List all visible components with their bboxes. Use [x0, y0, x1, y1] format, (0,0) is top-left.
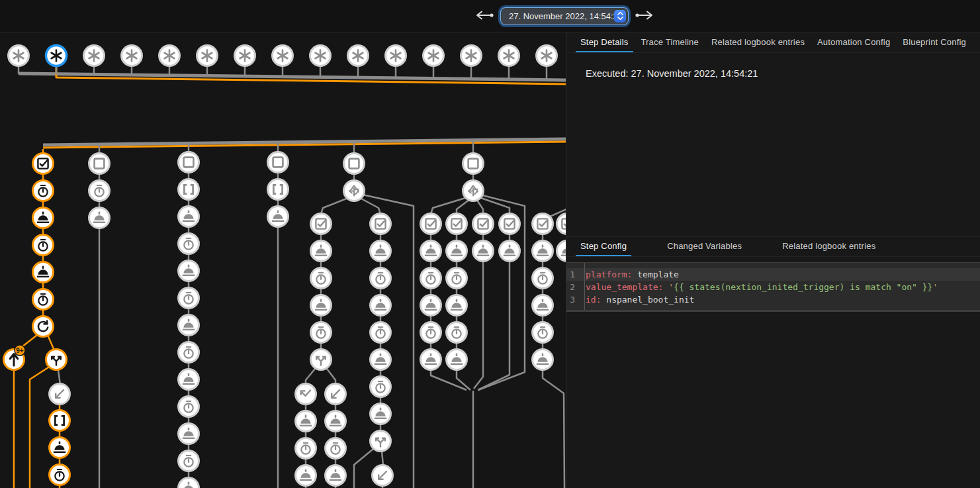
- trace-node-call-split-icon[interactable]: [371, 431, 391, 452]
- trace-node-call-service-icon[interactable]: [500, 241, 520, 262]
- trace-node-condition-checked-icon[interactable]: [557, 214, 566, 234]
- trace-node-trigger-icon[interactable]: [499, 46, 519, 66]
- trace-node-call-service-icon[interactable]: [371, 241, 391, 262]
- trace-node-delay-timer-icon[interactable]: [326, 438, 346, 459]
- trace-node-condition-icon[interactable]: [463, 154, 484, 174]
- trace-node-call-service-icon[interactable]: [311, 241, 332, 262]
- trace-node-trigger-icon[interactable]: [235, 46, 255, 66]
- previous-run-button[interactable]: [474, 7, 495, 24]
- trace-node-call-service-icon[interactable]: [50, 438, 70, 458]
- trace-node-delay-timer-icon[interactable]: [179, 397, 199, 417]
- trace-node-condition-checked-icon[interactable]: [500, 214, 520, 234]
- tab-trace-timeline[interactable]: Trace Timeline: [636, 32, 703, 52]
- trace-node-condition-icon[interactable]: [179, 152, 199, 173]
- trace-node-condition-icon[interactable]: [344, 154, 365, 174]
- trace-node-condition-checked-icon[interactable]: [371, 214, 391, 234]
- trace-node-sequence-brackets-icon[interactable]: [50, 411, 70, 431]
- trace-node-delay-timer-icon[interactable]: [533, 268, 553, 289]
- code-line[interactable]: 2value_template: '{{ states(nextion_init…: [566, 281, 980, 293]
- run-datetime-select[interactable]: 27. November 2022, 14:54:21: [501, 8, 628, 24]
- trace-node-call-service-icon[interactable]: [89, 208, 110, 228]
- trace-node-delay-timer-icon[interactable]: [296, 438, 316, 459]
- trace-node-delay-timer-icon[interactable]: [179, 451, 199, 471]
- trace-node-choose-decision-icon[interactable]: [344, 181, 365, 201]
- trace-node-call-service-icon[interactable]: [447, 295, 467, 316]
- trace-node-delay-timer-icon[interactable]: [311, 268, 332, 289]
- trace-node-arrow-down-left-icon[interactable]: [373, 465, 393, 486]
- trace-node-condition-checked-icon[interactable]: [447, 214, 467, 234]
- trace-node-condition-checked-icon[interactable]: [33, 154, 54, 174]
- trace-node-call-service-icon[interactable]: [473, 241, 494, 262]
- trace-node-sequence-brackets-icon[interactable]: [179, 179, 199, 200]
- trace-node-condition-icon[interactable]: [89, 154, 110, 174]
- trace-node-trigger-icon[interactable]: [386, 46, 406, 66]
- tab-changed-variables[interactable]: Changed Variables: [662, 237, 746, 256]
- trace-node-delay-timer-icon[interactable]: [179, 234, 199, 254]
- trace-node-delay-timer-icon[interactable]: [33, 289, 54, 310]
- tab-related-logbook-entries[interactable]: Related logbook entries: [778, 237, 880, 256]
- tab-automation-config[interactable]: Automation Config: [813, 32, 895, 52]
- trace-node-call-service-icon[interactable]: [421, 241, 441, 262]
- trace-node-call-service-icon[interactable]: [421, 350, 441, 370]
- trace-node-trigger-icon[interactable]: [9, 46, 29, 66]
- trace-node-call-service-icon[interactable]: [179, 478, 199, 488]
- trace-node-trigger-icon[interactable]: [310, 46, 331, 66]
- next-run-button[interactable]: [634, 7, 655, 24]
- trace-node-call-service-icon[interactable]: [447, 350, 467, 370]
- tab-related-logbook-entries[interactable]: Related logbook entries: [707, 32, 809, 52]
- trace-node-sequence-brackets-icon[interactable]: [268, 179, 289, 200]
- trace-node-trigger-icon[interactable]: [461, 46, 482, 66]
- trace-node-call-service-icon[interactable]: [533, 350, 553, 370]
- trace-node-call-service-icon[interactable]: [326, 465, 346, 486]
- trace-node-call-split-icon[interactable]: [46, 350, 67, 370]
- trace-node-call-service-icon[interactable]: [296, 411, 316, 432]
- trace-node-arrow-down-left-icon[interactable]: [326, 384, 346, 405]
- trace-node-call-service-icon[interactable]: [179, 315, 199, 336]
- trace-node-call-service-icon[interactable]: [371, 295, 391, 316]
- trace-node-call-service-icon[interactable]: [179, 207, 199, 227]
- trace-node-call-service-icon[interactable]: [533, 241, 553, 262]
- trace-node-delay-timer-icon[interactable]: [33, 235, 54, 256]
- trace-node-call-service-icon[interactable]: [33, 208, 54, 228]
- trace-node-condition-checked-icon[interactable]: [421, 214, 441, 234]
- trace-node-delay-timer-icon[interactable]: [421, 268, 441, 289]
- trace-node-delay-timer-icon[interactable]: [311, 322, 332, 343]
- trace-node-condition-checked-icon[interactable]: [311, 214, 332, 234]
- trace-node-trigger-icon[interactable]: [122, 46, 142, 66]
- trace-node-call-service-icon[interactable]: [371, 404, 391, 424]
- trace-node-trigger-icon[interactable]: [348, 46, 369, 66]
- code-line[interactable]: 1platform: template: [566, 268, 980, 281]
- trace-node-call-service-icon[interactable]: [326, 411, 346, 432]
- trace-node-trigger-icon[interactable]: [197, 46, 218, 66]
- trace-node-call-service-icon[interactable]: [421, 295, 441, 316]
- trace-node-call-service-icon[interactable]: [557, 241, 566, 262]
- trace-node-condition-checked-icon[interactable]: [473, 214, 494, 234]
- trace-node-condition-icon[interactable]: [268, 152, 289, 173]
- trace-node-trigger-icon[interactable]: [84, 46, 105, 66]
- trace-node-trigger-icon[interactable]: [46, 46, 67, 66]
- trace-node-trigger-icon[interactable]: [537, 46, 557, 66]
- trace-node-call-service-icon[interactable]: [268, 207, 289, 227]
- trace-node-repeat-loop-icon[interactable]: [33, 317, 54, 337]
- trace-node-call-service-icon[interactable]: [179, 369, 199, 390]
- trace-node-delay-timer-icon[interactable]: [371, 377, 391, 397]
- trace-node-delay-timer-icon[interactable]: [371, 268, 391, 289]
- tab-step-config[interactable]: Step Config: [576, 237, 631, 256]
- tab-blueprint-config[interactable]: Blueprint Config: [898, 32, 971, 52]
- trace-node-trigger-icon[interactable]: [273, 46, 293, 66]
- trace-node-arrow-down-left-icon[interactable]: [50, 384, 70, 405]
- trace-node-condition-checked-icon[interactable]: [533, 214, 553, 234]
- tab-step-details[interactable]: Step Details: [576, 32, 633, 52]
- trace-node-call-service-icon[interactable]: [179, 424, 199, 444]
- trace-node-delay-timer-icon[interactable]: [50, 465, 70, 485]
- trace-node-call-service-icon[interactable]: [371, 350, 391, 370]
- trace-node-call-split-icon[interactable]: [311, 350, 332, 370]
- trace-node-call-service-icon[interactable]: [179, 261, 199, 281]
- trace-node-delay-timer-icon[interactable]: [447, 268, 467, 289]
- trace-node-delay-timer-icon[interactable]: [447, 322, 467, 343]
- trace-node-call-service-icon[interactable]: [447, 241, 467, 262]
- trace-node-delay-timer-icon[interactable]: [33, 181, 54, 201]
- trace-node-delay-timer-icon[interactable]: [421, 322, 441, 343]
- code-line[interactable]: 3id: nspanel_boot_init: [566, 293, 980, 306]
- trace-node-delay-timer-icon[interactable]: [371, 322, 391, 343]
